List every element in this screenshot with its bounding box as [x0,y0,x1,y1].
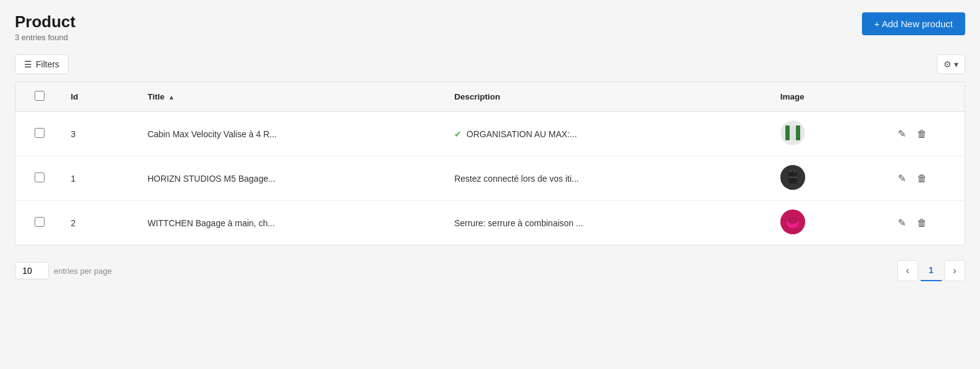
current-page[interactable]: 1 [921,260,942,281]
svg-rect-2 [790,125,795,140]
table-container: Id Title ▲ Description Image [15,82,965,245]
row-title: Cabin Max Velocity Valise à 4 R... [140,112,447,156]
delete-button[interactable]: 🗑 [915,126,929,142]
row-title: WITTCHEN Bagage à main, ch... [140,201,447,245]
row-id: 1 [64,156,140,201]
row-checkbox[interactable] [35,128,44,138]
row-checkbox[interactable] [35,172,44,182]
entries-count: 3 entries found [15,33,75,42]
table-row: 3 Cabin Max Velocity Valise à 4 R... ✔ O… [15,112,965,156]
row-image [773,156,888,201]
entries-per-page-label: entries per page [54,266,112,276]
row-id: 2 [64,201,140,245]
action-buttons: ✎ 🗑 [895,214,957,231]
header-row: Id Title ▲ Description Image [15,82,965,112]
row-checkbox[interactable] [35,217,44,227]
page-title-group: Product 3 entries found [15,12,75,42]
svg-rect-8 [788,177,797,178]
row-checkbox-cell [15,112,64,156]
product-image [780,165,805,190]
svg-rect-3 [796,125,800,140]
row-checkbox-cell [15,201,64,245]
product-image [780,121,805,145]
dropdown-chevron-icon: ▾ [954,59,958,69]
svg-rect-6 [790,170,792,172]
table-footer: entries per page ‹ 1 › [15,255,965,286]
page-header: Product 3 entries found + Add New produc… [15,12,965,42]
toolbar: ☰ Filters ⚙ ▾ [15,54,965,74]
row-image [773,201,888,245]
product-image [780,210,805,234]
row-actions: ✎ 🗑 [888,112,965,156]
edit-button[interactable]: ✎ [895,214,908,231]
action-buttons: ✎ 🗑 [895,125,957,142]
row-description: Restez connecté lors de vos iti... [447,156,773,201]
add-new-product-button[interactable]: + Add New product [862,12,965,35]
settings-button[interactable]: ⚙ ▾ [937,54,965,74]
page-title: Product [15,12,75,32]
row-description: ✔ ORGANISATION AU MAX:... [447,112,773,156]
settings-group: ⚙ ▾ [937,54,965,74]
pagination: ‹ 1 › [897,260,965,281]
prev-icon: ‹ [906,265,909,276]
edit-button[interactable]: ✎ [895,125,908,142]
action-buttons: ✎ 🗑 [895,170,957,187]
sort-asc-icon: ▲ [168,93,175,101]
delete-button[interactable]: 🗑 [915,215,929,231]
next-page-button[interactable]: › [944,260,965,281]
row-actions: ✎ 🗑 [888,201,965,245]
table-row: 2 WITTCHEN Bagage à main, ch... Serrure:… [15,201,965,245]
select-all-checkbox[interactable] [35,91,44,101]
prev-page-button[interactable]: ‹ [897,260,918,281]
table-header: Id Title ▲ Description Image [15,82,965,112]
per-page-group: entries per page [15,262,112,279]
table-row: 1 HORIZN STUDIOS M5 Bagage... Restez con… [15,156,965,201]
svg-rect-1 [785,125,790,140]
filters-button[interactable]: ☰ Filters [15,54,69,74]
row-image [773,112,888,156]
products-table: Id Title ▲ Description Image [15,82,965,245]
page-wrapper: Product 3 entries found + Add New produc… [0,0,980,369]
header-checkbox-cell [15,82,64,112]
svg-point-12 [790,219,795,223]
delete-button[interactable]: 🗑 [915,171,929,187]
row-title: HORIZN STUDIOS M5 Bagage... [140,156,447,201]
per-page-input[interactable] [15,262,49,279]
table-body: 3 Cabin Max Velocity Valise à 4 R... ✔ O… [15,112,965,245]
row-checkbox-cell [15,156,64,201]
row-actions: ✎ 🗑 [888,156,965,201]
header-description: Description [447,82,773,112]
header-title[interactable]: Title ▲ [140,82,447,112]
next-icon: › [953,265,956,276]
header-actions [888,82,965,112]
header-image: Image [773,82,888,112]
check-icon: ✔ [454,129,462,139]
svg-rect-7 [794,170,796,172]
edit-button[interactable]: ✎ [895,170,908,187]
row-id: 3 [64,112,140,156]
filters-label: Filters [36,59,59,69]
header-id: Id [64,82,140,112]
gear-icon: ⚙ [944,59,952,69]
filter-icon: ☰ [24,59,32,69]
row-description: Serrure: serrure à combinaison ... [447,201,773,245]
